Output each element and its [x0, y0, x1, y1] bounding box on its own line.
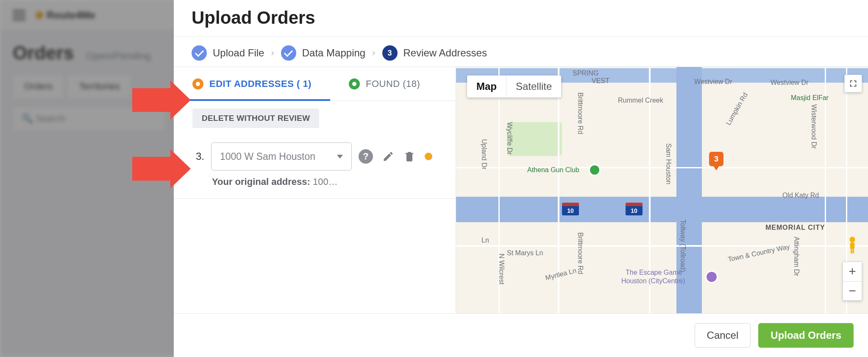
map-type-switch: Map Satellite: [467, 75, 561, 98]
annotation-arrow-icon: [132, 81, 191, 120]
trash-icon[interactable]: [403, 151, 415, 162]
map-label: SPRING: [573, 70, 598, 77]
original-address-line: Your original address: 100…: [212, 176, 437, 187]
map-label: Upland Dr: [480, 139, 488, 170]
address-index: 3.: [192, 151, 204, 162]
status-dot-icon: [192, 78, 203, 89]
chevron-down-icon: [337, 155, 343, 159]
step-review-label: Review Addresses: [403, 47, 487, 59]
fullscreen-button[interactable]: [844, 75, 862, 92]
svg-rect-2: [851, 249, 852, 254]
modal-title: Upload Orders: [192, 8, 850, 28]
pegman-icon[interactable]: [843, 235, 862, 255]
highway-shield-icon: 10: [562, 203, 579, 215]
map-label: Sam Houston: [665, 143, 672, 184]
chevron-right-icon: ›: [271, 47, 274, 59]
address-value: 1000 W Sam Houston: [220, 151, 315, 162]
svg-point-0: [849, 237, 855, 242]
row-actions: ?: [359, 149, 432, 164]
zoom-out-button[interactable]: −: [843, 281, 862, 301]
map-label: St Marys Ln: [507, 249, 543, 257]
step-mapping-label: Data Mapping: [302, 47, 365, 59]
upload-orders-modal: Upload Orders Upload File › Data Mapping…: [174, 0, 868, 357]
tab-edit-addresses[interactable]: EDIT ADDRESSES ( 1): [174, 67, 330, 100]
poi-pin-icon: [588, 164, 601, 176]
step-upload-file[interactable]: Upload File: [192, 45, 264, 61]
map-canvas: 10 10 3 SPRING VEST Westview Dr Westview…: [456, 67, 868, 313]
highway-shield-icon: 10: [626, 203, 643, 215]
chevron-right-icon: ›: [372, 47, 375, 59]
map-label: Ln: [481, 237, 489, 244]
map-label: Myrtlea Ln: [545, 267, 577, 282]
map-label: Westview Dr: [694, 78, 732, 86]
poi-camera-icon: [705, 271, 718, 283]
check-icon: [192, 45, 207, 61]
map-label: MEMORIAL CITY: [765, 224, 825, 231]
map-label: Wycliffe Dr: [506, 122, 513, 155]
map-label: VEST: [592, 77, 609, 85]
edit-icon[interactable]: [382, 151, 394, 162]
tab-found[interactable]: FOUND (18): [330, 67, 439, 100]
map-marker[interactable]: 3: [709, 152, 723, 166]
step-review-addresses[interactable]: 3 Review Addresses: [382, 45, 487, 61]
review-area: DELETE WITHOUT REVIEW 3. 1000 W Sam Hous…: [174, 101, 456, 187]
svg-rect-1: [850, 242, 855, 249]
status-dot-icon: [425, 153, 432, 160]
status-dot-icon: [349, 78, 360, 89]
map-label: Masjid ElFar: [791, 94, 829, 102]
map-label: Old Katy Rd: [782, 192, 819, 199]
map-label: Westview Dr: [771, 79, 809, 86]
cancel-button[interactable]: Cancel: [695, 323, 751, 348]
svg-rect-3: [853, 249, 854, 254]
map-label: The Escape Game: [626, 269, 682, 276]
check-icon: [281, 45, 296, 61]
address-row: 3. 1000 W Sam Houston ?: [192, 142, 437, 170]
tab-found-label: FOUND (18): [366, 78, 420, 89]
original-address-label: Your original address:: [212, 176, 310, 187]
annotation-arrow-icon: [132, 149, 191, 188]
map-label: Tollway (Tollroad): [679, 220, 687, 272]
map-label: Brittmoore Rd: [576, 232, 584, 274]
address-select[interactable]: 1000 W Sam Houston: [211, 142, 352, 170]
address-tabs: EDIT ADDRESSES ( 1) FOUND (18): [174, 67, 456, 101]
map[interactable]: 10 10 3 SPRING VEST Westview Dr Westview…: [456, 67, 868, 313]
map-label: Wisterwood Dr: [810, 104, 818, 149]
divider: [174, 198, 456, 199]
step-number-icon: 3: [382, 45, 398, 61]
map-type-satellite[interactable]: Satellite: [506, 75, 561, 98]
tab-edit-label: EDIT ADDRESSES ( 1): [209, 78, 312, 89]
modal-header: Upload Orders: [174, 0, 868, 37]
upload-orders-button[interactable]: Upload Orders: [758, 323, 854, 348]
map-label: N Wilcrest: [498, 254, 505, 284]
modal-body: EDIT ADDRESSES ( 1) FOUND (18) DELETE WI…: [174, 67, 868, 313]
step-upload-label: Upload File: [213, 47, 264, 59]
zoom-in-button[interactable]: +: [843, 262, 862, 281]
map-label: Attingham Dr: [793, 237, 800, 276]
address-panel: EDIT ADDRESSES ( 1) FOUND (18) DELETE WI…: [174, 67, 456, 313]
delete-without-review-button[interactable]: DELETE WITHOUT REVIEW: [192, 109, 319, 128]
help-icon[interactable]: ?: [359, 149, 373, 164]
map-label: Athena Gun Club: [527, 166, 579, 174]
map-label: Houston (CityCentre): [621, 277, 685, 285]
step-data-mapping[interactable]: Data Mapping: [281, 45, 365, 61]
map-type-map[interactable]: Map: [467, 75, 506, 98]
original-address-value: 100…: [313, 176, 338, 187]
map-label: Lumpkin Rd: [725, 92, 749, 127]
stepper: Upload File › Data Mapping › 3 Review Ad…: [174, 37, 868, 67]
zoom-control: + −: [843, 262, 862, 301]
modal-footer: Cancel Upload Orders: [174, 313, 868, 357]
map-label: Brittmoore Rd: [576, 92, 584, 134]
map-label: Rummel Creek: [618, 97, 663, 104]
